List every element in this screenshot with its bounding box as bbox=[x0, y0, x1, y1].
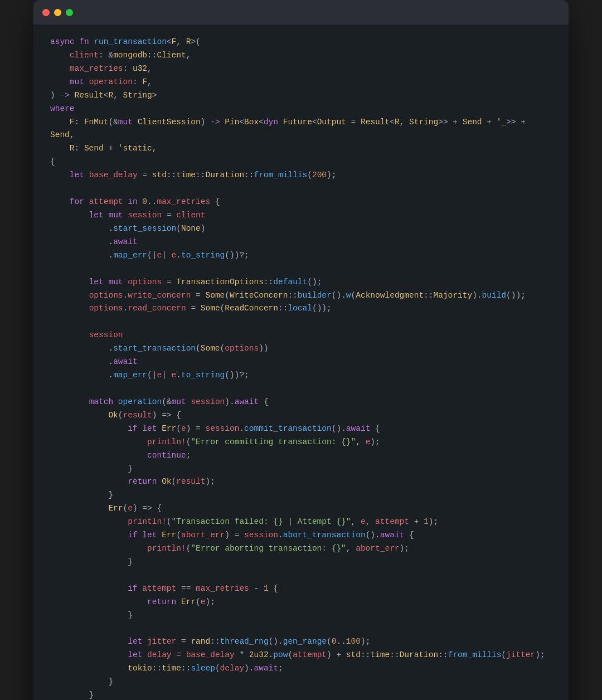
code-editor: async fn run_transaction<F, R>( client: … bbox=[33, 25, 569, 700]
minimize-button[interactable] bbox=[54, 9, 61, 16]
code-window: async fn run_transaction<F, R>( client: … bbox=[33, 0, 569, 700]
close-button[interactable] bbox=[42, 9, 50, 16]
titlebar bbox=[33, 0, 569, 25]
maximize-button[interactable] bbox=[66, 9, 73, 16]
